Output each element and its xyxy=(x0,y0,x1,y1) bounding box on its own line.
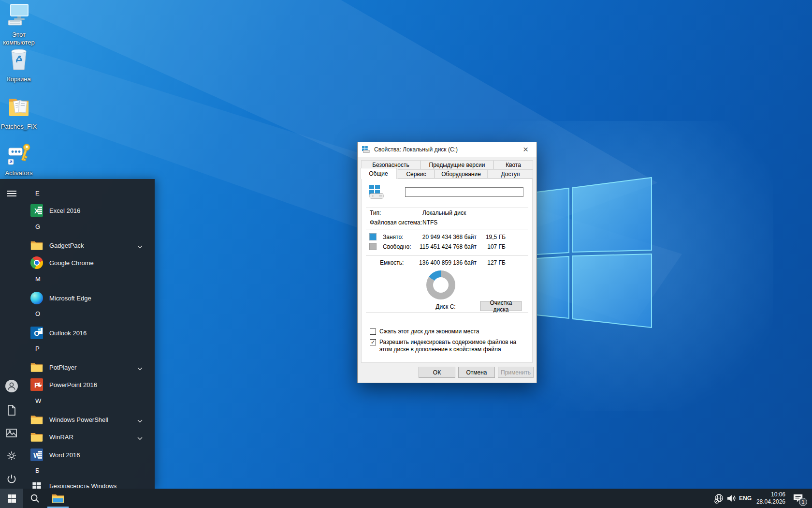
desktop-icon-label: Этот компьютер xyxy=(0,31,38,46)
start-menu-item-google-chrome[interactable]: Google Chrome xyxy=(27,255,153,270)
general-tab-page: Тип: Локальный диск Файловая система: NT… xyxy=(361,179,533,363)
dialog-title: Свойства: Локальный диск (C:) xyxy=(374,146,458,153)
password-key-shortcut-icon xyxy=(7,141,30,167)
filesystem-value: NTFS xyxy=(422,219,437,226)
capacity-size: 127 ГБ xyxy=(478,259,506,266)
start-menu-section-g[interactable]: G xyxy=(27,222,156,231)
free-bytes: 115 451 424 768 байт xyxy=(415,243,477,250)
compress-checkbox[interactable]: ✓ xyxy=(370,329,376,335)
start-menu-section-o[interactable]: O xyxy=(27,309,156,318)
folder-icon xyxy=(30,239,44,252)
folder-icon xyxy=(30,430,44,444)
desktop-icon-this-pc[interactable]: Этот компьютер xyxy=(0,3,38,46)
used-color-swatch xyxy=(369,233,377,240)
language-indicator[interactable]: ENG xyxy=(738,489,753,508)
tab-general[interactable]: Общие xyxy=(360,168,397,179)
start-menu-item-winrar[interactable]: WinRAR xyxy=(27,430,153,444)
desktop-icon-patches-fix[interactable]: Patches_FIX xyxy=(0,95,38,131)
start-menu-section-w[interactable]: W xyxy=(27,396,156,405)
desktop-icon-recycle-bin[interactable]: Корзина xyxy=(0,47,38,83)
start-menu-item-potplayer[interactable]: PotPlayer xyxy=(27,360,153,374)
start-menu-section-m[interactable]: M xyxy=(27,274,156,284)
folder-icon xyxy=(30,360,44,374)
user-avatar-icon[interactable] xyxy=(5,380,18,392)
tab-sharing[interactable]: Доступ xyxy=(488,169,533,179)
folder-icon xyxy=(30,413,44,426)
close-icon[interactable]: × xyxy=(515,142,536,156)
desktop: Этот компьютер Корзина Patches_FIX xyxy=(0,0,812,508)
chevron-down-icon[interactable] xyxy=(137,243,143,250)
tab-tools[interactable]: Сервис xyxy=(398,169,435,179)
free-label: Свободно: xyxy=(383,243,411,250)
windows-logo-wallpaper xyxy=(522,167,657,331)
drive-icon xyxy=(362,146,370,153)
used-bytes: 20 949 434 368 байт xyxy=(415,234,477,240)
clock[interactable]: 10:06 28.04.2026 xyxy=(753,489,787,508)
file-explorer-button[interactable] xyxy=(46,489,70,508)
index-checkbox[interactable]: ✓ xyxy=(370,339,376,345)
outlook-icon: O xyxy=(30,326,44,340)
clock-time: 10:06 xyxy=(771,491,785,498)
chrome-icon xyxy=(30,256,44,269)
index-checkbox-label: Разрешить индексировать содержимое файло… xyxy=(379,339,525,353)
start-menu-item-powerpoint-2016[interactable]: P PowerPoint 2016 xyxy=(27,377,153,392)
filesystem-label: Файловая система: xyxy=(370,219,422,226)
ok-button[interactable]: ОК xyxy=(419,367,455,378)
folder-with-files-icon xyxy=(7,95,30,121)
edge-icon xyxy=(30,291,44,305)
recycle-bin-icon xyxy=(8,47,30,74)
volume-icon[interactable] xyxy=(725,489,738,508)
divider xyxy=(366,312,528,313)
disk-cleanup-button[interactable]: Очистка диска xyxy=(480,301,522,311)
settings-gear-icon[interactable] xyxy=(6,450,17,462)
network-globe-icon[interactable] xyxy=(712,489,725,508)
start-menu-section-e[interactable]: E xyxy=(27,188,156,198)
used-size: 19,5 ГБ xyxy=(478,234,506,240)
taskbar: ENG 10:06 28.04.2026 1 xyxy=(0,489,812,508)
capacity-bytes: 136 400 859 136 байт xyxy=(415,259,477,266)
type-label: Тип: xyxy=(370,209,381,216)
word-icon: W xyxy=(30,448,44,462)
volume-label-input[interactable] xyxy=(405,187,523,197)
pictures-icon[interactable] xyxy=(6,427,17,439)
start-menu-section-b[interactable]: Б xyxy=(27,465,156,475)
free-color-swatch xyxy=(369,243,377,250)
desktop-icon-activators[interactable]: Activators xyxy=(0,141,38,177)
desktop-icon-label: Activators xyxy=(5,169,32,177)
tab-previous-versions[interactable]: Предыдущие версии xyxy=(420,160,493,169)
start-button[interactable] xyxy=(0,489,23,508)
desktop-icon-label: Корзина xyxy=(7,75,31,83)
start-menu-item-outlook-2016[interactable]: O Outlook 2016 xyxy=(27,326,153,340)
divider xyxy=(366,255,528,256)
cancel-button[interactable]: Отмена xyxy=(458,367,495,378)
compress-checkbox-label: Сжать этот диск для экономии места xyxy=(379,328,479,335)
disk-caption: Диск C: xyxy=(429,303,463,310)
hamburger-menu-icon[interactable] xyxy=(6,188,17,199)
clock-date: 28.04.2026 xyxy=(756,498,785,506)
chevron-down-icon[interactable] xyxy=(137,365,143,372)
power-icon[interactable] xyxy=(6,473,17,485)
tab-hardware[interactable]: Оборудование xyxy=(435,169,488,179)
start-menu-item-excel-2016[interactable]: X Excel 2016 xyxy=(27,203,153,218)
free-size: 107 ГБ xyxy=(478,243,506,250)
dialog-title-bar[interactable]: Свойства: Локальный диск (C:) × xyxy=(358,142,536,157)
chevron-down-icon[interactable] xyxy=(137,417,143,424)
search-button[interactable] xyxy=(23,489,46,508)
tab-quota[interactable]: Квота xyxy=(493,160,533,169)
start-menu-item-microsoft-edge[interactable]: Microsoft Edge xyxy=(27,291,153,305)
this-pc-icon xyxy=(7,3,30,29)
apply-button[interactable]: Применить xyxy=(498,367,534,378)
disk-usage-donut-chart xyxy=(426,270,455,299)
documents-icon[interactable] xyxy=(6,404,17,416)
start-menu-section-p[interactable]: P xyxy=(27,344,156,353)
used-label: Занято: xyxy=(383,234,403,240)
chevron-down-icon[interactable] xyxy=(137,434,143,442)
action-center-icon[interactable]: 1 xyxy=(789,489,808,508)
divider xyxy=(366,208,528,208)
disk-drive-icon xyxy=(367,184,385,202)
start-menu-item-windows-powershell[interactable]: Windows PowerShell xyxy=(27,412,153,427)
capacity-label: Емкость: xyxy=(380,259,404,266)
start-menu-item-word-2016[interactable]: W Word 2016 xyxy=(27,448,153,462)
notification-badge: 1 xyxy=(799,498,807,506)
start-menu-item-gadgetpack[interactable]: GadgetPack xyxy=(27,238,153,253)
